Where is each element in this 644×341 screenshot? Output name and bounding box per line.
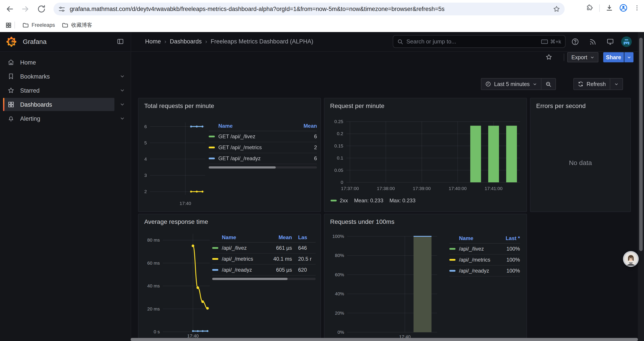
panel-request-per-minute[interactable]: Request per minute 00.050.10.150.20.2517… xyxy=(324,98,527,212)
kiosk-monitor-icon[interactable] xyxy=(606,38,614,46)
star-dashboard-icon[interactable] xyxy=(545,54,552,61)
breadcrumb-dashboards[interactable]: Dashboards xyxy=(170,38,202,45)
share-button[interactable]: Share xyxy=(603,52,624,62)
legend-table: Name Last * /api/_/livez 100% /api/_/met… xyxy=(449,233,520,276)
breadcrumb-home[interactable]: Home xyxy=(145,38,161,45)
svg-text:17:40: 17:40 xyxy=(187,333,199,338)
sidebar-item-alerting[interactable]: Alerting xyxy=(3,112,114,125)
svg-text:0.15: 0.15 xyxy=(334,143,343,148)
sidebar-item-starred[interactable]: Starred xyxy=(3,84,114,97)
chart-canvas[interactable]: 00.050.10.150.20.2517:37:0017:38:0017:39… xyxy=(324,98,527,212)
sidebar-item-dashboards[interactable]: Dashboards xyxy=(3,98,114,111)
panel-errors-per-second[interactable]: Errors per second No data xyxy=(530,98,631,212)
svg-text:17:37:00: 17:37:00 xyxy=(341,186,359,191)
floating-assistant-avatar[interactable] xyxy=(623,251,639,267)
legend-row[interactable]: GET /api/_/livez 6 xyxy=(209,131,317,142)
series-chip xyxy=(209,147,215,148)
legend-scrollbar[interactable] xyxy=(212,278,316,280)
chevron-down-icon[interactable] xyxy=(120,102,125,107)
svg-text:100%: 100% xyxy=(332,234,344,239)
panel-average-response-time[interactable]: Average response time 0 s20 ms40 ms60 ms… xyxy=(138,214,321,341)
news-rss-icon[interactable] xyxy=(589,38,597,46)
legend-row[interactable]: /api/_/livez 661 µs 646 xyxy=(212,243,316,254)
apps-grid-icon[interactable] xyxy=(5,22,12,28)
sidebar: Home Bookmarks Starred Dashboards Alerti… xyxy=(0,51,131,341)
time-range-picker[interactable]: Last 5 minutes xyxy=(481,79,541,90)
legend-col-mean[interactable]: Mean xyxy=(268,234,292,240)
chevron-down-icon xyxy=(627,55,631,60)
zoom-out-button[interactable] xyxy=(542,79,556,90)
legend-col-mean[interactable]: Mean xyxy=(296,123,317,129)
vertical-scrollbar[interactable] xyxy=(638,32,644,341)
panel-requests-under-100ms[interactable]: Requests under 100ms 0%20%40%60%80%100%1… xyxy=(324,214,527,341)
browser-chrome: grafana.mathmast.com/d/deytv4rwavabkb/fr… xyxy=(0,0,644,32)
back-icon[interactable] xyxy=(5,5,14,14)
user-avatar[interactable] xyxy=(621,37,632,47)
search-shortcut: ⌘+k xyxy=(541,38,561,45)
profile-icon[interactable] xyxy=(619,4,628,12)
panel-title[interactable]: Errors per second xyxy=(536,102,586,109)
vertical-scrollbar-thumb[interactable] xyxy=(639,38,643,251)
breadcrumb-current: Freeleaps Metrics Dashboard (ALPHA) xyxy=(211,38,313,45)
chart-canvas[interactable]: 0%20%40%60%80%100%17:40 xyxy=(324,214,527,341)
export-button[interactable]: Export xyxy=(567,52,598,62)
legend-row[interactable]: /api/_/readyz 100% xyxy=(449,265,520,276)
legend-col-last[interactable]: Las xyxy=(298,234,316,240)
bookmark-folder-freeleaps[interactable]: Freeleaps xyxy=(19,21,58,30)
legend-row[interactable]: /api/_/metrics 100% xyxy=(449,254,520,265)
clock-icon xyxy=(485,81,491,87)
sidebar-item-label: Dashboards xyxy=(20,101,52,108)
series-chip xyxy=(449,259,456,261)
breadcrumb-separator xyxy=(164,38,166,45)
reload-icon[interactable] xyxy=(37,5,46,14)
svg-text:5: 5 xyxy=(144,140,147,145)
horizontal-scrollbar-thumb[interactable] xyxy=(131,338,638,341)
downloads-icon[interactable] xyxy=(606,4,613,12)
legend-row[interactable]: /api/_/livez 100% xyxy=(449,244,520,254)
extensions-icon[interactable] xyxy=(586,4,594,12)
refresh-interval-button[interactable] xyxy=(610,79,622,90)
actions-divider xyxy=(564,54,564,61)
search-placeholder: Search or jump to... xyxy=(406,38,541,45)
chevron-down-icon[interactable] xyxy=(120,88,125,93)
url-text[interactable]: grafana.mathmast.com/d/deytv4rwavabkb/fr… xyxy=(70,6,548,12)
active-indicator xyxy=(3,98,4,111)
refresh-group: Refresh xyxy=(574,78,623,90)
svg-text:80 ms: 80 ms xyxy=(147,237,160,242)
grafana-logo[interactable] xyxy=(6,36,17,47)
browser-menu-icon[interactable] xyxy=(634,5,640,12)
legend-row[interactable]: GET /api/_/metrics 2 xyxy=(209,142,317,153)
horizontal-scrollbar[interactable] xyxy=(131,338,638,341)
legend-row[interactable]: /api/_/metrics 40.1 ms 20.5 r xyxy=(212,254,316,265)
bookmark-star-icon[interactable] xyxy=(553,5,560,13)
address-bar[interactable]: grafana.mathmast.com/d/deytv4rwavabkb/fr… xyxy=(54,3,565,15)
svg-text:20 ms: 20 ms xyxy=(147,306,160,311)
legend-col-name[interactable]: Name xyxy=(449,235,499,241)
zoom-out-icon xyxy=(546,81,552,87)
search-input[interactable]: Search or jump to... ⌘+k xyxy=(393,35,566,48)
help-icon[interactable] xyxy=(571,38,579,46)
legend-col-name[interactable]: Name xyxy=(212,234,268,240)
refresh-button[interactable]: Refresh xyxy=(574,79,610,90)
legend-series-name[interactable]: 2xx xyxy=(340,197,348,204)
legend-row[interactable]: GET /api/_/readyz 6 xyxy=(209,153,317,164)
dock-menu-icon[interactable] xyxy=(116,38,124,45)
site-settings-icon[interactable] xyxy=(58,6,65,13)
legend-col-name[interactable]: Name xyxy=(209,123,296,129)
no-data-message: No data xyxy=(530,159,630,166)
chevron-down-icon[interactable] xyxy=(120,74,125,79)
svg-text:0.25: 0.25 xyxy=(334,119,343,124)
bookmark-folder-blogs[interactable]: 收藏博客 xyxy=(58,20,96,30)
panel-total-requests-per-minute[interactable]: Total requests per minute 2345617:40 Nam… xyxy=(138,98,321,212)
forward-icon[interactable] xyxy=(20,5,30,14)
chevron-down-icon[interactable] xyxy=(120,116,125,121)
legend-col-last[interactable]: Last * xyxy=(499,235,520,241)
bookmarks-bar: Freeleaps 收藏博客 xyxy=(0,18,644,32)
legend-scrollbar[interactable] xyxy=(209,166,317,169)
sidebar-item-home[interactable]: Home xyxy=(3,56,114,69)
bell-icon xyxy=(8,115,14,122)
share-menu-button[interactable] xyxy=(624,52,634,62)
legend-inline: 2xx Mean: 0.233 Max: 0.233 xyxy=(330,197,416,204)
sidebar-item-bookmarks[interactable]: Bookmarks xyxy=(3,70,114,83)
legend-row[interactable]: /api/_/readyz 605 µs 620 xyxy=(212,265,316,276)
